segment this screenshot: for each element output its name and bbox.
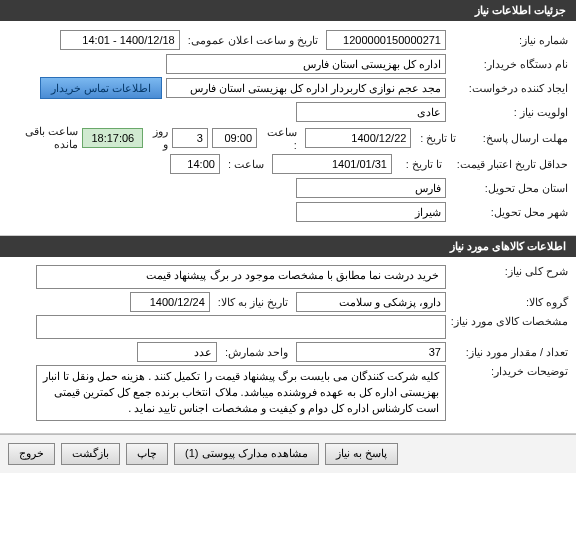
remain-label: ساعت باقی مانده — [8, 125, 78, 151]
need-number-field: 1200000150000271 — [326, 30, 446, 50]
province-label: استان محل تحویل: — [450, 182, 568, 195]
city-field: شیراز — [296, 202, 446, 222]
announce-label: تاریخ و ساعت اعلان عمومی: — [184, 34, 322, 47]
spec-field — [36, 315, 446, 339]
qty-label: تعداد / مقدار مورد نیاز: — [450, 346, 568, 359]
items-info-header: اطلاعات کالاهای مورد نیاز — [0, 236, 576, 257]
buyer-field: اداره کل بهزیستی استان فارس — [166, 54, 446, 74]
city-label: شهر محل تحویل: — [450, 206, 568, 219]
time-label: ساعت : — [261, 126, 301, 151]
exit-button[interactable]: خروج — [8, 443, 55, 465]
desc-label: شرح کلی نیاز: — [450, 265, 568, 278]
deadline-label: مهلت ارسال پاسخ: — [464, 132, 568, 145]
remain-time-chip: 18:17:06 — [82, 128, 143, 148]
min-validity-time-field: 14:00 — [170, 154, 220, 174]
attachments-button[interactable]: مشاهده مدارک پیوستی (1) — [174, 443, 319, 465]
buyer-label: نام دستگاه خریدار: — [450, 58, 568, 71]
min-validity-label: حداقل تاریخ اعتبار قیمت: — [450, 158, 568, 171]
priority-field: عادی — [296, 102, 446, 122]
items-info-section: شرح کلی نیاز: خرید درشت نما مطابق با مشخ… — [0, 257, 576, 434]
group-label: گروه کالا: — [450, 296, 568, 309]
deadline-date-field: 1400/12/22 — [305, 128, 412, 148]
buyer-contact-button[interactable]: اطلاعات تماس خریدار — [40, 77, 162, 99]
unit-field: عدد — [137, 342, 217, 362]
footer-bar: پاسخ به نیاز مشاهده مدارک پیوستی (1) چاپ… — [0, 434, 576, 473]
qty-field: 37 — [296, 342, 446, 362]
remain-days-field: 3 — [172, 128, 208, 148]
spec-label: مشخصات کالای مورد نیاز: — [450, 315, 568, 328]
remain-days-label: روز و — [147, 125, 167, 151]
desc-field: خرید درشت نما مطابق با مشخصات موجود در ب… — [36, 265, 446, 289]
requester-field: مجد عجم نوازی کاربردار اداره کل بهزیستی … — [166, 78, 446, 98]
notes-label: توضیحات خریدار: — [450, 365, 568, 378]
unit-label: واحد شمارش: — [221, 346, 292, 359]
time-label-2: ساعت : — [224, 158, 268, 171]
group-field: دارو، پزشکی و سلامت — [296, 292, 446, 312]
need-date-label: تاریخ نیاز به کالا: — [214, 296, 292, 309]
print-button[interactable]: چاپ — [126, 443, 168, 465]
requester-label: ایجاد کننده درخواست: — [450, 82, 568, 95]
need-info-section: شماره نیاز: 1200000150000271 تاریخ و ساع… — [0, 21, 576, 236]
need-number-label: شماره نیاز: — [450, 34, 568, 47]
min-validity-date-field: 1401/01/31 — [272, 154, 392, 174]
deadline-time-field: 09:00 — [212, 128, 257, 148]
need-date-field: 1400/12/24 — [130, 292, 210, 312]
priority-label: اولویت نیاز : — [450, 106, 568, 119]
announce-field: 1400/12/18 - 14:01 — [60, 30, 180, 50]
back-button[interactable]: بازگشت — [61, 443, 120, 465]
notes-field: کلیه شرکت کنندگان می بایست برگ پیشنهاد ق… — [36, 365, 446, 421]
need-info-header: جزئیات اطلاعات نیاز — [0, 0, 576, 21]
reply-button[interactable]: پاسخ به نیاز — [325, 443, 398, 465]
province-field: فارس — [296, 178, 446, 198]
until-label: تا تاریخ : — [415, 132, 460, 145]
until-label-2: تا تاریخ : — [396, 158, 446, 171]
